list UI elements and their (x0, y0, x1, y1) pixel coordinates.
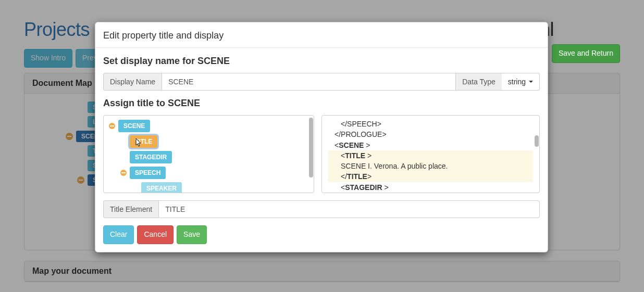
element-tree-pane: SCENE TITLE STAGEDIR SPEECH SPEAKER (103, 115, 314, 193)
title-element-input[interactable] (158, 200, 540, 218)
xml-line: <SCENE > (328, 140, 533, 150)
xml-line: </TITLE> (328, 171, 533, 182)
title-element-label: Title Element (103, 200, 158, 218)
data-type-dropdown[interactable]: string (502, 73, 540, 91)
collapse-icon[interactable] (120, 170, 127, 176)
xml-line: <STAGEDIR > (328, 182, 533, 193)
tree-node-speech[interactable]: SPEECH (120, 167, 308, 179)
edit-property-modal: Edit property title and display Set disp… (95, 22, 548, 252)
title-element-group: Title Element (103, 200, 540, 218)
cancel-button[interactable]: Cancel (137, 225, 174, 244)
display-name-input[interactable] (162, 73, 456, 91)
tree-node-title[interactable]: TITLE (120, 135, 308, 148)
modal-footer: Clear Cancel Save (103, 225, 540, 244)
display-name-group: Display Name Data Type string (103, 73, 540, 91)
save-button[interactable]: Save (177, 225, 207, 244)
section-display-name: Set display name for SCENE (103, 56, 540, 67)
clear-button[interactable]: Clear (103, 225, 134, 244)
tree-node-speaker[interactable]: SPEAKER (132, 182, 308, 193)
modal-title: Edit property title and display (95, 22, 548, 48)
data-type-label: Data Type (456, 73, 502, 91)
xml-scrollbar[interactable] (534, 117, 539, 192)
xml-line: </PROLOGUE> (328, 129, 533, 139)
save-and-return-button[interactable]: Save and Return (552, 44, 620, 63)
xml-line: SCENE I. Verona. A public place. (328, 161, 533, 171)
tree-node-scene[interactable]: SCENE (109, 120, 308, 132)
chevron-down-icon (529, 81, 533, 83)
xml-line: <TITLE > (328, 150, 533, 161)
collapse-icon[interactable] (109, 123, 115, 129)
section-assign-title: Assign title to SCENE (103, 98, 540, 109)
xml-preview-pane: </SPEECH> </PROLOGUE> <SCENE > <TITLE > … (321, 115, 540, 193)
data-type-value: string (508, 78, 526, 86)
xml-line: </SPEECH> (328, 119, 533, 129)
tree-node-stagedir[interactable]: STAGEDIR (120, 151, 308, 163)
xml-line: Enter SAMPSON and GREGORY, of the house … (328, 193, 533, 193)
tree-scrollbar[interactable] (308, 117, 314, 192)
display-name-label: Display Name (103, 73, 162, 91)
